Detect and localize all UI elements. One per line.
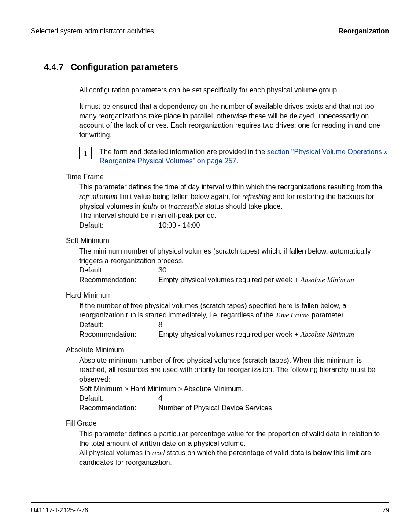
default-label: Default: xyxy=(79,221,158,230)
recommendation-value: Empty physical volumes required per week… xyxy=(158,275,354,285)
param-time-frame: Time Frame This parameter defines the ti… xyxy=(79,172,389,230)
default-label: Default: xyxy=(79,394,158,403)
intro-paragraph-2: It must be ensured that a dependency on … xyxy=(79,102,389,140)
param-title: Absolute Minimum xyxy=(66,345,389,355)
intro-paragraph-1: All configuration parameters can be set … xyxy=(79,85,389,95)
info-note-text: The form and detailed information are pr… xyxy=(99,147,389,166)
hm-db: parameter. xyxy=(309,311,345,319)
param-title: Fill Grade xyxy=(66,419,389,428)
param-title: Time Frame xyxy=(66,172,389,182)
param-desc-1: This parameter defines a particular perc… xyxy=(79,429,389,448)
default-value: 30 xyxy=(158,265,166,275)
fg-em: read xyxy=(152,449,165,456)
default-row: Default: 10:00 - 14:00 xyxy=(79,221,389,230)
rec-em: Absolute Minimum xyxy=(300,276,354,283)
param-title: Soft Minimum xyxy=(66,236,389,246)
info-note-post: . xyxy=(236,157,238,165)
param-hierarchy: Soft Minimum > Hard Minimum > Absolute M… xyxy=(79,384,389,394)
tf-d1d: or xyxy=(158,202,169,210)
recommendation-value: Empty physical volumes required per week… xyxy=(158,330,354,339)
tf-em1: soft minimum xyxy=(79,193,118,200)
info-icon: ı xyxy=(79,147,92,159)
param-fill-grade: Fill Grade This parameter defines a part… xyxy=(79,419,389,467)
rec-pre: Empty physical volumes required per week… xyxy=(158,331,300,338)
tf-d1a: This parameter defines the time of day i… xyxy=(79,183,382,191)
default-row: Default: 30 xyxy=(79,265,389,275)
tf-d1e: status should take place. xyxy=(203,202,283,210)
param-desc: If the number of free physical volumes (… xyxy=(79,301,389,320)
footer: U41117-J-Z125-7-76 79 xyxy=(31,502,389,515)
recommendation-row: Recommendation: Empty physical volumes r… xyxy=(79,330,389,339)
recommendation-label: Recommendation: xyxy=(79,275,158,285)
param-desc-2: All physical volumes in read status on w… xyxy=(79,448,389,467)
info-note-pre: The form and detailed information are pr… xyxy=(99,148,267,155)
section-title-text: Configuration parameters xyxy=(70,61,178,73)
param-desc: This parameter defines the time of day i… xyxy=(79,182,389,211)
param-soft-minimum: Soft Minimum The minimum number of physi… xyxy=(79,236,389,284)
tf-em4: inaccessible xyxy=(169,202,203,210)
rec-pre: Empty physical volumes required per week… xyxy=(158,276,300,283)
default-row: Default: 4 xyxy=(79,394,389,403)
section-heading: 4.4.7 Configuration parameters xyxy=(44,61,389,73)
default-label: Default: xyxy=(79,265,158,275)
info-note: ı The form and detailed information are … xyxy=(79,147,389,166)
recommendation-label: Recommendation: xyxy=(79,403,158,413)
footer-page-number: 79 xyxy=(382,506,389,515)
header-left: Selected system administrator activities xyxy=(31,26,154,36)
hm-em: Time Frame xyxy=(275,311,309,319)
header-right: Reorganization xyxy=(338,26,389,36)
param-desc: Absolute minimum number of free physical… xyxy=(79,356,389,384)
tf-em3: faulty xyxy=(142,202,158,210)
recommendation-row: Recommendation: Empty physical volumes r… xyxy=(79,275,389,285)
default-row: Default: 8 xyxy=(79,320,389,330)
param-desc-2: The interval should be in an off-peak pe… xyxy=(79,211,389,221)
default-value: 10:00 - 14:00 xyxy=(158,221,200,230)
param-desc: The minimum number of physical volumes (… xyxy=(79,247,389,265)
default-value: 4 xyxy=(158,394,162,403)
recommendation-label: Recommendation: xyxy=(79,330,158,339)
param-title: Hard Minimum xyxy=(66,291,389,300)
param-hard-minimum: Hard Minimum If the number of free physi… xyxy=(79,291,389,339)
section-number: 4.4.7 xyxy=(44,61,63,73)
default-value: 8 xyxy=(158,320,162,330)
recommendation-row: Recommendation: Number of Physical Devic… xyxy=(79,403,389,413)
recommendation-value: Number of Physical Device Services xyxy=(158,403,272,413)
fg-d2a: All physical volumes in xyxy=(79,449,152,456)
rec-em: Absolute Minimum xyxy=(300,331,354,338)
main-content: All configuration parameters can be set … xyxy=(79,85,389,467)
footer-docid: U41117-J-Z125-7-76 xyxy=(31,506,88,515)
running-header: Selected system administrator activities… xyxy=(31,26,389,39)
default-label: Default: xyxy=(79,320,158,330)
param-absolute-minimum: Absolute Minimum Absolute minimum number… xyxy=(79,345,389,412)
tf-em2: refreshing xyxy=(242,193,271,200)
tf-d1b: limit value being fallen below again, fo… xyxy=(118,193,243,200)
